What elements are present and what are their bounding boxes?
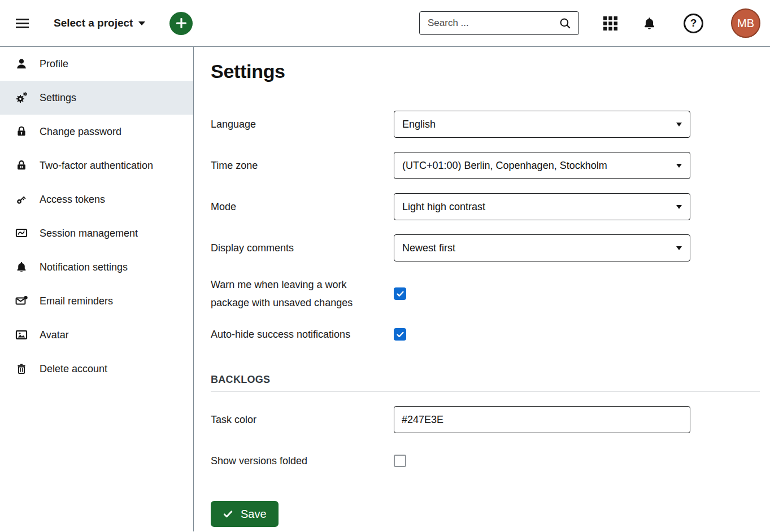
dropdown-caret-icon [676, 246, 682, 250]
language-label: Language [211, 115, 394, 133]
user-avatar[interactable]: MB [731, 8, 760, 38]
form-row-language: Language English [211, 111, 760, 138]
autohide-success-label: Auto-hide success notifications [211, 325, 394, 343]
autohide-success-checkbox[interactable] [394, 328, 406, 341]
sidebar-item-email-reminders[interactable]: Email reminders [0, 284, 193, 318]
global-search[interactable] [419, 11, 579, 35]
mode-select[interactable]: Light high contrast [394, 193, 690, 220]
sidebar-item-two-factor-authentication[interactable]: Two-factor authentication [0, 149, 193, 182]
sidebar-item-change-password[interactable]: Change password [0, 115, 193, 149]
search-icon[interactable] [559, 17, 572, 30]
sidebar-item-label: Delete account [40, 363, 107, 375]
chevron-down-icon [138, 21, 145, 25]
display-comments-select[interactable]: Newest first [394, 234, 690, 261]
form-row-time-zone: Time zone (UTC+01:00) Berlin, Copenhagen… [211, 152, 760, 179]
sidebar-item-delete-account[interactable]: Delete account [0, 352, 193, 386]
bell-icon [15, 260, 28, 274]
gears-icon [15, 91, 28, 104]
sidebar-item-label: Access tokens [40, 194, 105, 206]
sidebar-item-notification-settings[interactable]: Notification settings [0, 250, 193, 284]
form-row-show-versions-folded: Show versions folded [211, 452, 760, 470]
lock-icon [15, 125, 28, 138]
notifications-bell-icon[interactable] [642, 16, 656, 30]
main-content: Settings Language English Time zone (UTC… [194, 47, 770, 531]
warn-unsaved-label: Warn me when leaving a work package with… [211, 276, 394, 312]
sidebar-item-settings[interactable]: Settings [0, 81, 193, 115]
key-icon [15, 193, 28, 206]
check-icon [223, 509, 233, 520]
time-zone-label: Time zone [211, 156, 394, 175]
dropdown-caret-icon [676, 123, 682, 127]
sidebar-item-session-management[interactable]: Session management [0, 216, 193, 250]
form-row-task-color: Task color [211, 406, 760, 433]
sidebar-item-label: Two-factor authentication [40, 160, 153, 172]
hamburger-menu-icon[interactable] [16, 19, 29, 28]
sidebar-item-label: Avatar [40, 329, 69, 341]
user-icon [15, 57, 28, 71]
settings-form: Language English Time zone (UTC+01:00) B… [211, 111, 760, 527]
sidebar-item-label: Settings [40, 92, 76, 104]
session-icon [15, 226, 28, 240]
form-row-display-comments: Display comments Newest first [211, 234, 760, 261]
section-divider [211, 391, 760, 391]
sidebar-item-access-tokens[interactable]: Access tokens [0, 182, 193, 216]
lock-2fa-icon [15, 159, 28, 172]
mode-select-value: Light high contrast [402, 201, 485, 213]
sidebar-nav: ProfileSettingsChange passwordTwo-factor… [0, 47, 194, 531]
help-icon[interactable]: ? [684, 14, 703, 33]
show-versions-folded-label: Show versions folded [211, 452, 394, 470]
save-button-label: Save [241, 508, 267, 521]
display-comments-select-value: Newest first [402, 242, 455, 254]
task-color-label: Task color [211, 411, 394, 429]
search-input[interactable] [428, 18, 559, 29]
sidebar-item-label: Profile [40, 58, 68, 70]
global-add-button[interactable] [169, 12, 193, 35]
page-title: Settings [211, 60, 760, 82]
plus-icon [175, 17, 188, 29]
project-selector[interactable]: Select a project [54, 17, 145, 29]
dropdown-caret-icon [676, 164, 682, 168]
time-zone-select[interactable]: (UTC+01:00) Berlin, Copenhagen, Stockhol… [394, 152, 690, 179]
project-selector-label: Select a project [54, 17, 133, 29]
sidebar-item-label: Notification settings [40, 261, 128, 273]
language-select-value: English [402, 119, 436, 130]
save-button[interactable]: Save [211, 501, 279, 527]
sidebar-item-avatar[interactable]: Avatar [0, 318, 193, 352]
show-versions-folded-checkbox[interactable] [394, 455, 406, 467]
sidebar-item-label: Change password [40, 126, 121, 138]
warn-unsaved-checkbox[interactable] [394, 287, 406, 300]
image-icon [15, 328, 28, 342]
app-grid-icon[interactable] [603, 16, 618, 31]
form-row-warn-unsaved: Warn me when leaving a work package with… [211, 276, 760, 312]
form-row-autohide-success: Auto-hide success notifications [211, 325, 760, 343]
sidebar-item-label: Session management [40, 228, 138, 239]
mode-label: Mode [211, 198, 394, 216]
sidebar-item-profile[interactable]: Profile [0, 47, 193, 81]
trash-icon [15, 362, 28, 376]
form-row-mode: Mode Light high contrast [211, 193, 760, 220]
backlogs-section-heading: BACKLOGS [211, 374, 760, 386]
display-comments-label: Display comments [211, 239, 394, 257]
task-color-input[interactable] [394, 406, 690, 433]
email-badge-icon [15, 294, 28, 308]
top-bar: Select a project ? MB [0, 0, 770, 47]
sidebar-item-label: Email reminders [40, 295, 113, 307]
dropdown-caret-icon [676, 205, 682, 209]
time-zone-select-value: (UTC+01:00) Berlin, Copenhagen, Stockhol… [402, 160, 607, 172]
language-select[interactable]: English [394, 111, 690, 138]
